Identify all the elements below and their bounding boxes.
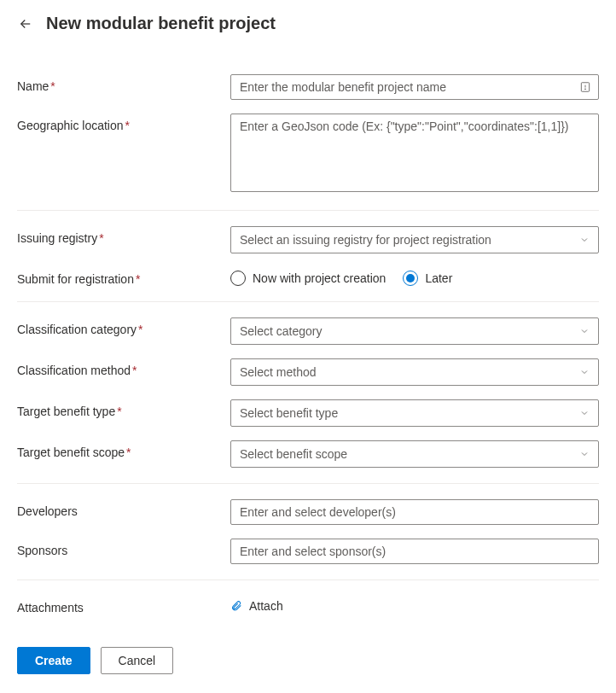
required-marker: *	[132, 364, 137, 377]
fill-icon[interactable]	[578, 80, 592, 94]
required-marker: *	[136, 272, 140, 286]
label-geo: Geographic location*	[17, 114, 230, 132]
row-geo: Geographic location*	[17, 107, 599, 201]
divider	[17, 579, 599, 580]
chevron-down-icon	[579, 408, 590, 418]
label-category: Classification category*	[17, 317, 230, 336]
label-developers: Developers	[17, 499, 230, 518]
name-input[interactable]	[230, 74, 599, 100]
divider	[17, 301, 599, 302]
back-arrow-icon[interactable]	[17, 15, 34, 32]
radio-later[interactable]: Later	[403, 271, 452, 286]
chevron-down-icon	[579, 326, 590, 336]
required-marker: *	[117, 405, 121, 418]
divider	[17, 210, 599, 211]
page-title: New modular benefit project	[46, 14, 276, 33]
required-marker: *	[125, 119, 130, 132]
attach-button[interactable]: Attach	[230, 596, 283, 613]
geo-input[interactable]	[230, 114, 599, 192]
row-sponsors: Sponsors	[17, 532, 599, 571]
label-attachments: Attachments	[17, 596, 230, 614]
cancel-button[interactable]: Cancel	[101, 647, 174, 674]
required-marker: *	[138, 323, 142, 336]
row-attachments: Attachments Attach	[17, 589, 599, 621]
label-submit: Submit for registration*	[17, 267, 230, 286]
label-benefit-type: Target benefit type*	[17, 399, 230, 418]
benefit-type-select[interactable]: Select benefit type	[230, 399, 599, 427]
divider	[17, 483, 599, 484]
row-registry: Issuing registry* Select an issuing regi…	[17, 219, 599, 260]
required-marker: *	[50, 79, 55, 93]
row-method: Classification method* Select method	[17, 352, 599, 393]
page-header: New modular benefit project	[17, 14, 599, 33]
label-name: Name*	[17, 74, 230, 93]
radio-circle-icon	[230, 271, 246, 286]
row-category: Classification category* Select category	[17, 311, 599, 352]
required-marker: *	[99, 231, 103, 245]
benefit-scope-select[interactable]: Select benefit scope	[230, 440, 599, 468]
paperclip-icon	[230, 600, 242, 612]
method-select[interactable]: Select method	[230, 358, 599, 386]
category-select[interactable]: Select category	[230, 317, 599, 345]
label-registry: Issuing registry*	[17, 226, 230, 245]
label-method: Classification method*	[17, 358, 230, 377]
row-developers: Developers	[17, 492, 599, 532]
row-benefit-type: Target benefit type* Select benefit type	[17, 393, 599, 434]
create-button[interactable]: Create	[17, 647, 90, 674]
row-benefit-scope: Target benefit scope* Select benefit sco…	[17, 434, 599, 475]
developers-input[interactable]	[230, 499, 599, 525]
row-submit: Submit for registration* Now with projec…	[17, 260, 599, 293]
sponsors-input[interactable]	[230, 539, 599, 564]
chevron-down-icon	[579, 449, 590, 459]
registry-select[interactable]: Select an issuing registry for project r…	[230, 226, 599, 253]
required-marker: *	[126, 446, 131, 459]
chevron-down-icon	[579, 235, 590, 245]
footer-actions: Create Cancel	[17, 647, 599, 674]
svg-point-1	[585, 89, 586, 90]
submit-radio-group: Now with project creation Later	[230, 267, 599, 286]
row-name: Name*	[17, 67, 599, 107]
label-benefit-scope: Target benefit scope*	[17, 440, 230, 459]
label-sponsors: Sponsors	[17, 539, 230, 557]
radio-now[interactable]: Now with project creation	[230, 271, 386, 286]
chevron-down-icon	[579, 367, 590, 377]
radio-circle-selected-icon	[403, 271, 418, 286]
